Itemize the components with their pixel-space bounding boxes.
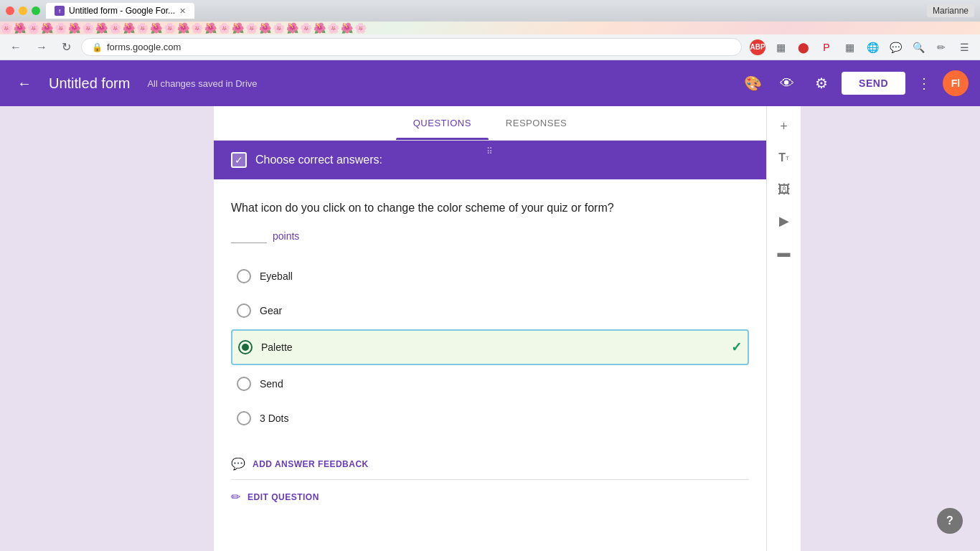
add-image-btn[interactable]: 🖼 xyxy=(770,175,798,204)
answer-options-list: Eyeball Gear Palette ✓ Send xyxy=(231,260,749,434)
form-container: QUESTIONS RESPONSES ⠿ ✓ Choose correct a… xyxy=(214,106,766,551)
video-icon: ▶ xyxy=(779,213,789,229)
edit-pencil-icon: ✏ xyxy=(231,490,240,504)
add-video-btn[interactable]: ▶ xyxy=(770,207,798,235)
add-icon: + xyxy=(780,119,788,134)
browser-titlebar: f Untitled form - Google For... ✕ Marian… xyxy=(0,0,980,22)
tab-responses[interactable]: RESPONSES xyxy=(489,106,584,140)
image-icon: 🖼 xyxy=(778,182,791,197)
points-row: 20 points xyxy=(231,228,749,243)
tab-questions[interactable]: QUESTIONS xyxy=(396,106,489,140)
option-eyeball[interactable]: Eyeball xyxy=(231,260,749,292)
points-label: points xyxy=(273,230,299,242)
browser-toolbar-icons: ABP ▦ ⬤ P ▦ 🌐 💬 🔍 ✏ ☰ xyxy=(748,37,974,57)
eye-icon: 👁 xyxy=(780,75,794,92)
maximize-window-btn[interactable] xyxy=(32,6,40,15)
radio-palette xyxy=(238,340,253,354)
text-icon: T xyxy=(778,151,786,164)
edit-question-label: EDIT QUESTION xyxy=(248,492,319,502)
gear-icon: ⚙ xyxy=(815,75,828,92)
radio-3dots xyxy=(237,411,251,425)
reload-btn[interactable]: ↻ xyxy=(57,37,75,57)
option-eyeball-label: Eyeball xyxy=(260,270,743,282)
more-options-icon: ⋮ xyxy=(917,75,931,91)
browser-addressbar: ← → ↻ 🔒 forms.google.com ABP ▦ ⬤ P ▦ 🌐 💬… xyxy=(0,34,980,60)
more-options-btn[interactable]: ⋮ xyxy=(911,69,937,98)
forward-nav-btn[interactable]: → xyxy=(32,38,52,57)
browser-user: Marianne xyxy=(927,4,974,17)
feedback-icon: 💬 xyxy=(231,457,245,471)
main-area: QUESTIONS RESPONSES ⠿ ✓ Choose correct a… xyxy=(0,106,980,551)
question-text: What icon do you click on to change the … xyxy=(231,199,749,217)
tab-close-btn[interactable]: ✕ xyxy=(179,6,186,16)
address-bar[interactable]: 🔒 forms.google.com xyxy=(81,38,742,56)
extension-icon-5[interactable]: 🔍 xyxy=(908,37,928,57)
page-title: Untitled form xyxy=(49,75,130,92)
autosave-status: All changes saved in Drive xyxy=(147,78,257,89)
extension-icon-3[interactable]: 🌐 xyxy=(862,37,882,57)
adblock-icon[interactable]: ABP xyxy=(748,37,768,57)
question-footer: 💬 ADD ANSWER FEEDBACK ✏ EDIT QUESTION xyxy=(214,440,766,522)
extension-icon-7[interactable]: ☰ xyxy=(954,37,974,57)
back-to-drive-btn[interactable]: ← xyxy=(11,70,37,98)
correct-checkmark-icon: ✓ xyxy=(731,339,742,355)
app-header: ← Untitled form All changes saved in Dri… xyxy=(0,60,980,106)
radio-palette-fill xyxy=(242,344,249,351)
header-actions: 🎨 👁 ⚙ SEND ⋮ Fl xyxy=(738,69,969,98)
close-window-btn[interactable] xyxy=(6,6,14,15)
extension-icon-6[interactable]: ✏ xyxy=(931,37,951,57)
add-feedback-label: ADD ANSWER FEEDBACK xyxy=(253,459,369,469)
points-input[interactable]: 20 xyxy=(231,228,267,243)
option-send-label: Send xyxy=(260,378,743,390)
option-gear-label: Gear xyxy=(260,305,743,316)
add-feedback-row[interactable]: 💬 ADD ANSWER FEEDBACK xyxy=(231,448,749,480)
radio-eyeball xyxy=(237,269,251,283)
extension-icon-2[interactable]: ▦ xyxy=(839,37,859,57)
section-icon: ▬ xyxy=(778,245,791,260)
right-sidebar: + T T 🖼 ▶ ▬ xyxy=(766,106,801,551)
option-gear[interactable]: Gear xyxy=(231,295,749,326)
radio-send xyxy=(237,377,251,391)
palette-icon-btn[interactable]: 🎨 xyxy=(738,69,767,98)
qr-icon[interactable]: ▦ xyxy=(771,37,791,57)
option-send[interactable]: Send xyxy=(231,368,749,400)
help-button[interactable]: ? xyxy=(937,508,963,534)
question-header-bar: ⠿ ✓ Choose correct answers: xyxy=(214,141,766,179)
pinterest-icon[interactable]: P xyxy=(816,37,837,57)
choose-correct-label: Choose correct answers: xyxy=(255,154,382,166)
option-palette-label: Palette xyxy=(261,342,722,353)
back-nav-btn[interactable]: ← xyxy=(6,38,26,57)
lock-icon: 🔒 xyxy=(92,42,103,52)
palette-icon: 🎨 xyxy=(744,75,762,92)
preview-btn[interactable]: 👁 xyxy=(773,69,801,98)
edit-question-row[interactable]: ✏ EDIT QUESTION xyxy=(231,480,749,514)
form-tabs: QUESTIONS RESPONSES xyxy=(214,106,766,141)
add-section-btn[interactable]: ▬ xyxy=(770,238,798,267)
option-3dots[interactable]: 3 Dots xyxy=(231,402,749,434)
browser-tab[interactable]: f Untitled form - Google For... ✕ xyxy=(46,3,194,19)
option-3dots-label: 3 Dots xyxy=(260,413,743,424)
tab-title: Untitled form - Google For... xyxy=(69,6,175,16)
browser-window-controls xyxy=(6,6,40,15)
correct-checkbox-icon: ✓ xyxy=(231,152,247,168)
extension-icon-4[interactable]: 💬 xyxy=(885,37,905,57)
extension-icon-red[interactable]: ⬤ xyxy=(793,37,814,57)
drag-handle-icon: ⠿ xyxy=(486,146,494,156)
send-button[interactable]: SEND xyxy=(842,72,905,95)
question-body: What icon do you click on to change the … xyxy=(214,179,766,434)
url-text: forms.google.com xyxy=(107,42,181,52)
settings-btn[interactable]: ⚙ xyxy=(807,69,836,98)
user-avatar-btn[interactable]: Fl xyxy=(943,70,969,96)
floral-decoration xyxy=(0,22,980,34)
tab-favicon: f xyxy=(55,6,65,16)
option-palette[interactable]: Palette ✓ xyxy=(231,329,749,365)
radio-gear xyxy=(237,303,251,318)
minimize-window-btn[interactable] xyxy=(19,6,27,15)
add-text-btn[interactable]: T T xyxy=(770,143,798,172)
add-element-btn[interactable]: + xyxy=(770,112,798,141)
